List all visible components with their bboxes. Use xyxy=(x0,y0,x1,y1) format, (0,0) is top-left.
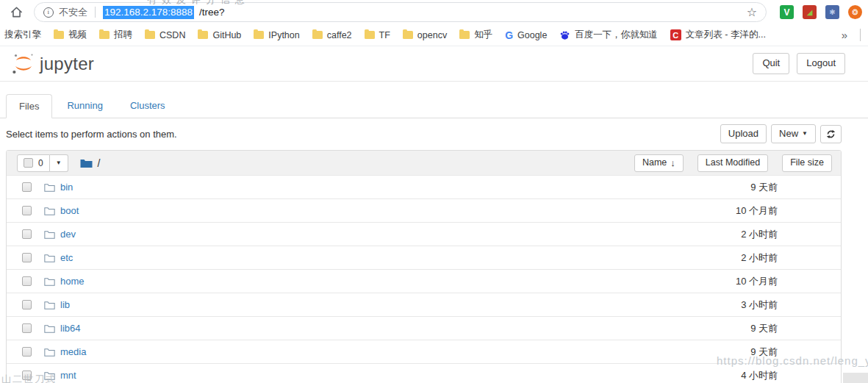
row-checkbox[interactable] xyxy=(22,206,32,215)
foxit-extension-icon[interactable]: ◢ xyxy=(803,5,817,19)
address-divider xyxy=(95,7,96,18)
bookmark-item[interactable]: 视频 xyxy=(54,29,87,41)
table-row: bin 9 天前 xyxy=(7,175,841,198)
file-name-link[interactable]: dev xyxy=(60,229,76,240)
puzzle-extension-icon-glyph: ✱ xyxy=(829,8,835,16)
sort-modified-button[interactable]: Last Modified xyxy=(697,154,768,172)
bookmark-folder-icon xyxy=(459,31,470,39)
row-checkbox[interactable] xyxy=(22,371,32,380)
row-checkbox[interactable] xyxy=(22,229,32,239)
sort-name-label: Name xyxy=(642,158,667,168)
home-icon[interactable] xyxy=(9,4,25,21)
address-bar[interactable]: i 不安全 192.168.2.178:8888 /tree? ☆ xyxy=(34,2,767,22)
refresh-icon xyxy=(826,129,836,139)
table-row: home 10 个月前 xyxy=(7,269,841,293)
file-name-link[interactable]: bin xyxy=(60,182,73,193)
breadcrumb[interactable]: / xyxy=(98,157,101,169)
bookmark-label: opencv xyxy=(417,30,447,40)
last-modified-value: 9 天前 xyxy=(653,346,778,359)
new-button-label: New xyxy=(779,129,798,139)
select-dropdown-button[interactable]: ▼ xyxy=(50,154,68,172)
file-name-link[interactable]: home xyxy=(60,276,85,287)
row-checkbox[interactable] xyxy=(22,300,32,309)
table-row: lib64 9 天前 xyxy=(7,316,841,340)
file-name-link[interactable]: boot xyxy=(60,205,79,216)
bookmark-label: TF xyxy=(379,30,390,40)
bookmark-item[interactable]: GGoogle xyxy=(505,30,547,40)
puzzle-extension-icon[interactable]: ✱ xyxy=(825,5,839,19)
jupyter-logo[interactable]: jupyter xyxy=(10,52,94,76)
file-name-link[interactable]: etc xyxy=(60,252,73,263)
url-selected-text[interactable]: 192.168.2.178:8888 xyxy=(103,6,194,19)
ubuntu-extension-icon[interactable]: ❂ xyxy=(848,5,862,19)
v-extension-icon[interactable]: V xyxy=(780,5,794,19)
bookmark-label: 文章列表 - 李洋的... xyxy=(686,29,766,41)
ubuntu-extension-icon-glyph: ❂ xyxy=(852,8,858,16)
bookmark-label: 招聘 xyxy=(114,29,132,41)
jupyter-logo-icon xyxy=(10,52,37,76)
row-checkbox[interactable] xyxy=(22,182,32,192)
bookmark-item[interactable]: GitHub xyxy=(198,30,241,40)
chevron-down-icon: ▼ xyxy=(56,160,62,166)
folder-icon xyxy=(44,324,55,333)
file-name-link[interactable]: lib xyxy=(60,299,70,310)
bookmark-folder-icon xyxy=(198,31,208,39)
logout-button[interactable]: Logout xyxy=(797,53,845,74)
csdn-icon: C xyxy=(670,29,681,40)
file-name-link[interactable]: mnt xyxy=(60,370,76,381)
folder-icon xyxy=(44,254,55,262)
bookmark-item[interactable]: 招聘 xyxy=(99,29,132,41)
foxit-extension-icon-glyph: ◢ xyxy=(807,8,813,16)
sort-name-button[interactable]: Name ↓ xyxy=(634,154,684,172)
bookmarks-bar: 搜索引擎视频招聘CSDNGitHubIPythoncaffe2TFopencv知… xyxy=(0,24,868,46)
table-row: mnt 4 小时前 xyxy=(7,363,841,383)
table-row: lib 3 小时前 xyxy=(7,293,841,316)
tab-running[interactable]: Running xyxy=(54,94,115,118)
refresh-button[interactable] xyxy=(820,125,842,143)
bookmark-folder-icon xyxy=(312,31,323,39)
folder-icon xyxy=(44,207,55,215)
bookmark-item[interactable]: TF xyxy=(365,30,390,40)
bookmark-item[interactable]: 百度一下，你就知道 xyxy=(559,29,658,41)
file-name-link[interactable]: lib64 xyxy=(60,323,80,334)
bookmark-label: 百度一下，你就知道 xyxy=(575,29,658,41)
bookmark-label: caffe2 xyxy=(327,30,352,40)
v-extension-icon-glyph: V xyxy=(783,7,789,18)
bookmark-item[interactable]: 知乎 xyxy=(459,29,492,41)
bookmark-item[interactable]: C文章列表 - 李洋的... xyxy=(670,29,766,41)
bookmark-item[interactable]: 搜索引擎 xyxy=(4,29,41,41)
chevron-down-icon: ▼ xyxy=(802,131,808,137)
quit-button[interactable]: Quit xyxy=(753,53,789,74)
select-all-checkbox[interactable] xyxy=(24,158,33,168)
header-actions: Quit Logout xyxy=(753,53,845,74)
row-checkbox[interactable] xyxy=(22,323,32,333)
bookmark-item[interactable]: opencv xyxy=(403,30,447,40)
bookmark-item[interactable]: CSDN xyxy=(145,30,185,40)
row-checkbox[interactable] xyxy=(22,347,32,357)
select-all-button[interactable]: 0 xyxy=(17,154,50,172)
upload-button[interactable]: Upload xyxy=(720,124,767,143)
bookmarks-overflow-icon[interactable]: » xyxy=(842,29,847,41)
bookmark-item[interactable]: IPython xyxy=(254,30,299,40)
bookmark-label: IPython xyxy=(268,30,299,40)
new-dropdown-button[interactable]: New ▼ xyxy=(771,124,816,143)
table-row: etc 2 小时前 xyxy=(7,246,841,269)
tab-bar: FilesRunningClusters xyxy=(0,94,868,118)
breadcrumb-folder-icon[interactable] xyxy=(80,158,93,168)
tab-clusters[interactable]: Clusters xyxy=(118,94,178,118)
row-checkbox[interactable] xyxy=(22,253,32,262)
select-items-message: Select items to perform actions on them. xyxy=(6,129,177,140)
file-listing: 0 ▼ / Name ↓ Last Modified File size bin… xyxy=(6,150,842,383)
last-modified-value: 10 个月前 xyxy=(653,275,778,288)
security-label: 不安全 xyxy=(59,6,87,19)
bookmark-star-icon[interactable]: ☆ xyxy=(747,7,757,18)
bookmark-item[interactable]: caffe2 xyxy=(312,30,352,40)
url-suffix-text[interactable]: /tree? xyxy=(199,7,225,18)
page: { "browser": { "security_label": "不安全", … xyxy=(0,0,868,383)
action-toolbar: Select items to perform actions on them.… xyxy=(0,118,868,148)
info-icon[interactable]: i xyxy=(43,7,54,18)
tab-files[interactable]: Files xyxy=(6,94,52,118)
file-name-link[interactable]: media xyxy=(60,346,86,357)
row-checkbox[interactable] xyxy=(22,276,32,286)
sort-size-button[interactable]: File size xyxy=(782,154,832,172)
